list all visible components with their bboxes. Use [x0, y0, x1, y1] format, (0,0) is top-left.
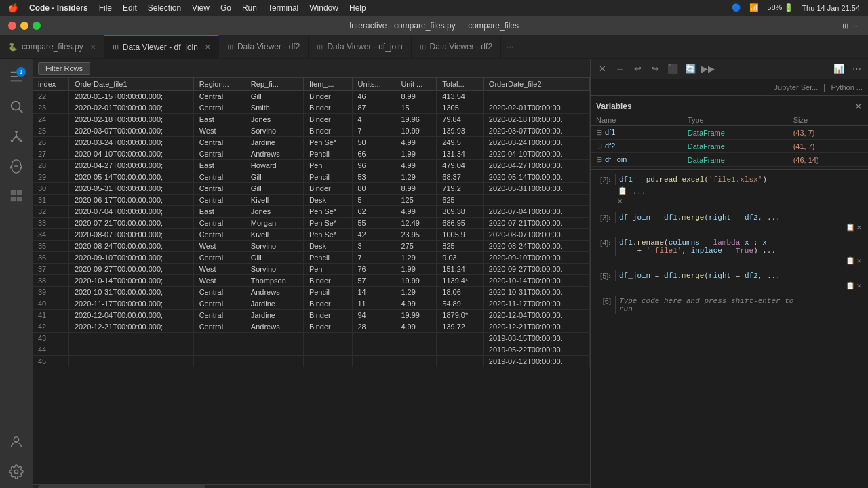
- table-cell: 2020-05-31T00:00:00.: [483, 183, 589, 195]
- menu-go[interactable]: Go: [220, 3, 231, 13]
- tab-close-icon[interactable]: ✕: [90, 43, 96, 51]
- table-cell: 62: [352, 206, 395, 218]
- redo-button[interactable]: ↪: [648, 62, 663, 77]
- table-cell: [352, 333, 395, 344]
- table-cell: Pen Se*: [303, 206, 352, 218]
- table-cell: Kivell: [245, 229, 303, 241]
- col-orderdate-file1[interactable]: OrderDate_file1: [68, 78, 193, 91]
- tab-compare-files[interactable]: 🐍 compare_files.py ✕: [0, 35, 104, 59]
- col-unit-cost[interactable]: Unit ...: [395, 78, 437, 91]
- menu-window[interactable]: Window: [309, 3, 338, 13]
- close-panel-button[interactable]: ✕: [595, 62, 610, 77]
- menu-app[interactable]: Code - Insiders: [29, 3, 88, 13]
- table-cell: 19.96: [395, 114, 437, 125]
- wifi-icon: 📶: [749, 3, 759, 12]
- cell-code-2[interactable]: df1 = pd.read_excel('file1.xlsx'): [615, 174, 864, 185]
- interrupt-button[interactable]: ⬛: [665, 62, 680, 77]
- table-cell: 2020-07-04T00:00:00.000;: [68, 206, 193, 218]
- var-view-icon[interactable]: ⊞: [596, 128, 602, 136]
- undo-button[interactable]: ↩: [630, 62, 645, 77]
- menu-edit[interactable]: Edit: [123, 3, 137, 13]
- layout-icon[interactable]: ⊞: [842, 22, 848, 30]
- titlebar-right: ⊞ ···: [842, 22, 860, 30]
- table-cell: Sorvino: [245, 125, 303, 137]
- more-button[interactable]: ⋯: [849, 62, 864, 77]
- cell-copy-icon[interactable]: 📋: [618, 186, 627, 195]
- minimize-button[interactable]: [20, 22, 28, 30]
- server-badge[interactable]: Jupyter Ser...: [774, 83, 818, 92]
- svg-rect-8: [11, 197, 16, 201]
- cell-code-5[interactable]: df_join = df1.merge(right = df2, ...: [615, 270, 864, 281]
- table-cell: 79.84: [437, 114, 484, 125]
- table-cell: [193, 333, 245, 344]
- cell-delete-icon-5[interactable]: ✕: [856, 281, 861, 290]
- table-cell: Kivell: [245, 195, 303, 206]
- activity-debug[interactable]: [4, 154, 28, 178]
- table-cell: 35: [33, 241, 68, 252]
- tab-label: compare_files.py: [22, 42, 83, 52]
- filter-rows-button[interactable]: Filter Rows: [38, 62, 90, 75]
- col-rep[interactable]: Rep_fi...: [245, 78, 303, 91]
- table-cell: 40: [33, 298, 68, 310]
- tab-data-viewer-df2-2[interactable]: ⊞ Data Viewer - df2: [412, 35, 502, 59]
- activity-explorer[interactable]: 1: [4, 64, 28, 89]
- tab-close-icon[interactable]: ✕: [205, 43, 210, 51]
- cell-5: [5]› df_join = df1.merge(right = df2, ..…: [591, 269, 868, 291]
- menu-run[interactable]: Run: [242, 3, 257, 13]
- activity-settings[interactable]: [4, 460, 28, 484]
- col-index[interactable]: index: [33, 78, 68, 91]
- apple-menu[interactable]: 🍎: [8, 3, 18, 13]
- back-button[interactable]: ←: [612, 62, 627, 77]
- window-title: Interactive - compare_files.py — compare…: [349, 21, 519, 30]
- cell-input-6[interactable]: Type code here and press shift-enter tor…: [615, 296, 864, 314]
- more-icon[interactable]: ···: [854, 22, 860, 30]
- col-total[interactable]: Total...: [437, 78, 484, 91]
- table-icon: ⊞: [227, 43, 233, 52]
- var-view-icon[interactable]: ⊞: [596, 155, 602, 163]
- cell-code-4[interactable]: df1.rename(columns = lambda x : x + '_fi…: [615, 237, 864, 256]
- restart-button[interactable]: 🔄: [683, 62, 698, 77]
- col-item[interactable]: Item_...: [303, 78, 352, 91]
- menu-selection[interactable]: Selection: [148, 3, 181, 13]
- kernel-badge[interactable]: Python ...: [831, 83, 863, 92]
- menu-file[interactable]: File: [99, 3, 112, 13]
- cell-delete-icon-4[interactable]: ✕: [856, 256, 861, 265]
- table-cell: 9.03: [437, 252, 484, 264]
- data-table-container[interactable]: index OrderDate_file1 Region... Rep_fi..…: [33, 78, 590, 484]
- variable-explorer-button[interactable]: 📊: [831, 62, 846, 77]
- activity-account[interactable]: [4, 430, 28, 454]
- var-name: df2: [605, 142, 615, 150]
- menu-terminal[interactable]: Terminal: [268, 3, 298, 13]
- menu-help[interactable]: Help: [349, 3, 366, 13]
- notebook-content[interactable]: [2]› df1 = pd.read_excel('file1.xlsx') 📋…: [591, 170, 868, 488]
- tab-data-viewer-df2[interactable]: ⊞ Data Viewer - df2: [219, 35, 309, 59]
- tab-data-viewer-df-join[interactable]: ⊞ Data Viewer - df_join ✕: [104, 35, 219, 59]
- activity-search[interactable]: [4, 94, 28, 119]
- table-cell: 1.99: [395, 264, 437, 275]
- table-cell: 2020-07-21T00:00:00.: [483, 218, 589, 229]
- run-all-button[interactable]: ▶▶: [701, 62, 715, 77]
- col-orderdate-file2[interactable]: OrderDate_file2: [483, 78, 589, 91]
- table-cell: East: [193, 160, 245, 171]
- close-button[interactable]: [8, 22, 16, 30]
- col-units[interactable]: Units...: [352, 78, 395, 91]
- cell-copy-icon-3[interactable]: 📋: [846, 223, 855, 232]
- cell-code-3[interactable]: df_join = df1.merge(right = df2, ...: [615, 212, 864, 223]
- horizontal-scrollbar[interactable]: [33, 484, 590, 488]
- tab-data-viewer-df-join-2[interactable]: ⊞ Data Viewer - df_join: [309, 35, 411, 59]
- table-cell: 2020-09-10T00:00:00.: [483, 252, 589, 264]
- variables-close-button[interactable]: ✕: [854, 101, 863, 112]
- cell-copy-icon-4[interactable]: 📋: [846, 256, 855, 265]
- maximize-button[interactable]: [33, 22, 41, 30]
- menu-view[interactable]: View: [192, 3, 210, 13]
- cell-delete-icon[interactable]: ✕: [618, 197, 627, 205]
- table-row: 332020-07-21T00:00:00.000;CentralMorganP…: [33, 218, 590, 229]
- activity-extensions[interactable]: [4, 184, 28, 208]
- col-region[interactable]: Region...: [193, 78, 245, 91]
- var-view-icon[interactable]: ⊞: [596, 142, 602, 150]
- cell-copy-icon-5[interactable]: 📋: [846, 281, 855, 290]
- activity-git[interactable]: [4, 124, 28, 148]
- table-cell: Pencil: [303, 171, 352, 183]
- cell-delete-icon-3[interactable]: ✕: [856, 223, 861, 232]
- tab-more[interactable]: ···: [501, 42, 519, 52]
